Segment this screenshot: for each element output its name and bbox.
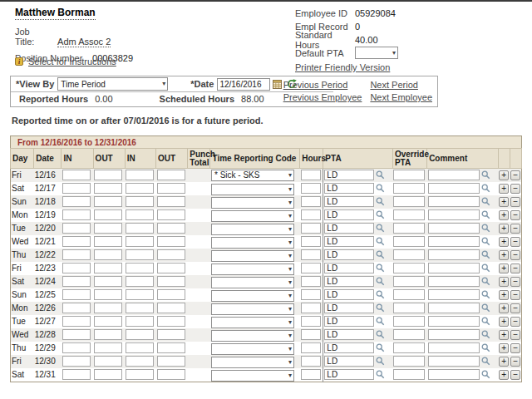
out-input[interactable] — [94, 170, 122, 180]
lookup-icon[interactable] — [481, 357, 490, 366]
override-pta-input[interactable] — [393, 289, 425, 300]
in-input[interactable] — [126, 276, 154, 287]
in-input[interactable] — [62, 170, 91, 180]
out-input[interactable] — [157, 223, 185, 234]
override-pta-input[interactable] — [393, 196, 425, 207]
delete-row-button[interactable]: − — [510, 210, 520, 220]
delete-row-button[interactable]: − — [510, 370, 520, 380]
lookup-icon[interactable] — [481, 237, 490, 246]
add-row-button[interactable]: + — [499, 264, 509, 273]
out-input[interactable] — [157, 249, 185, 260]
pta-input[interactable] — [324, 236, 374, 247]
lookup-icon[interactable] — [481, 224, 490, 233]
delete-row-button[interactable]: − — [510, 290, 520, 300]
add-row-button[interactable]: + — [499, 330, 509, 340]
hours-input[interactable] — [301, 289, 321, 300]
out-input[interactable] — [94, 196, 122, 207]
next-period-link[interactable]: Next Period — [370, 80, 432, 90]
date-input[interactable] — [217, 78, 270, 91]
in-input[interactable] — [62, 263, 91, 273]
out-input[interactable] — [94, 342, 122, 353]
add-row-button[interactable]: + — [499, 317, 509, 327]
pta-input[interactable] — [324, 356, 374, 367]
time-reporting-code-select[interactable]: ▾ — [211, 357, 294, 368]
comment-input[interactable] — [428, 289, 480, 300]
time-reporting-code-select[interactable]: ▾ — [211, 250, 294, 262]
out-input[interactable] — [94, 209, 122, 220]
time-reporting-code-select[interactable]: ▾ — [211, 343, 294, 355]
delete-row-button[interactable]: − — [510, 170, 520, 180]
time-reporting-code-select[interactable]: ▾ — [211, 330, 294, 342]
in-input[interactable] — [62, 329, 91, 340]
in-input[interactable] — [62, 196, 91, 207]
override-pta-input[interactable] — [393, 329, 425, 340]
hours-input[interactable] — [301, 303, 321, 313]
override-pta-input[interactable] — [393, 170, 425, 180]
out-input[interactable] — [94, 303, 122, 313]
hours-input[interactable] — [301, 236, 321, 247]
override-pta-input[interactable] — [393, 369, 425, 380]
out-input[interactable] — [94, 329, 122, 340]
lookup-icon[interactable] — [376, 303, 385, 313]
override-pta-input[interactable] — [393, 223, 425, 234]
hours-input[interactable] — [301, 223, 321, 234]
override-pta-input[interactable] — [393, 183, 425, 194]
in-input[interactable] — [126, 263, 154, 273]
out-input[interactable] — [157, 170, 185, 180]
in-input[interactable] — [126, 170, 154, 180]
override-pta-input[interactable] — [393, 249, 425, 260]
add-row-button[interactable]: + — [499, 357, 509, 367]
pta-input[interactable] — [324, 369, 374, 380]
lookup-icon[interactable] — [481, 184, 490, 193]
delete-row-button[interactable]: − — [510, 224, 520, 234]
next-employee-link[interactable]: Next Employee — [370, 92, 432, 102]
in-input[interactable] — [62, 209, 91, 220]
out-input[interactable] — [94, 369, 122, 380]
lookup-icon[interactable] — [481, 210, 490, 219]
comment-input[interactable] — [428, 356, 480, 367]
add-row-button[interactable]: + — [499, 170, 509, 180]
time-reporting-code-select[interactable]: ▾ — [211, 237, 294, 249]
delete-row-button[interactable]: − — [510, 303, 520, 313]
lookup-icon[interactable] — [481, 250, 490, 259]
pta-input[interactable] — [324, 209, 374, 220]
pta-input[interactable] — [324, 303, 374, 313]
add-row-button[interactable]: + — [499, 197, 509, 207]
lookup-icon[interactable] — [481, 303, 490, 313]
in-input[interactable] — [62, 183, 91, 194]
override-pta-input[interactable] — [393, 263, 425, 273]
lookup-icon[interactable] — [376, 250, 385, 259]
out-input[interactable] — [157, 236, 185, 247]
override-pta-input[interactable] — [393, 209, 425, 220]
comment-input[interactable] — [428, 223, 480, 234]
view-by-select[interactable]: Time Period ▾ — [57, 77, 168, 91]
printer-friendly-link[interactable]: Printer Friendly Version — [295, 62, 390, 72]
comment-input[interactable] — [428, 196, 480, 207]
comment-input[interactable] — [428, 303, 480, 313]
add-row-button[interactable]: + — [499, 184, 509, 194]
pta-input[interactable] — [324, 196, 374, 207]
comment-input[interactable] — [428, 170, 480, 180]
time-reporting-code-select[interactable]: * Sick - SKS▾ — [211, 170, 294, 181]
pta-input[interactable] — [324, 263, 374, 273]
hours-input[interactable] — [301, 316, 321, 327]
hours-input[interactable] — [301, 356, 321, 367]
add-row-button[interactable]: + — [499, 277, 509, 287]
lookup-icon[interactable] — [376, 237, 385, 246]
in-input[interactable] — [126, 342, 154, 353]
comment-input[interactable] — [428, 236, 480, 247]
override-pta-input[interactable] — [393, 276, 425, 287]
override-pta-input[interactable] — [393, 236, 425, 247]
delete-row-button[interactable]: − — [510, 264, 520, 273]
lookup-icon[interactable] — [481, 343, 490, 352]
time-reporting-code-select[interactable]: ▾ — [211, 277, 294, 288]
comment-input[interactable] — [428, 249, 480, 260]
out-input[interactable] — [94, 276, 122, 287]
in-input[interactable] — [126, 369, 154, 380]
time-reporting-code-select[interactable]: ▾ — [211, 210, 294, 222]
in-input[interactable] — [126, 236, 154, 247]
lookup-icon[interactable] — [376, 277, 385, 286]
delete-row-button[interactable]: − — [510, 317, 520, 327]
out-input[interactable] — [94, 356, 122, 367]
pta-input[interactable] — [324, 276, 374, 287]
